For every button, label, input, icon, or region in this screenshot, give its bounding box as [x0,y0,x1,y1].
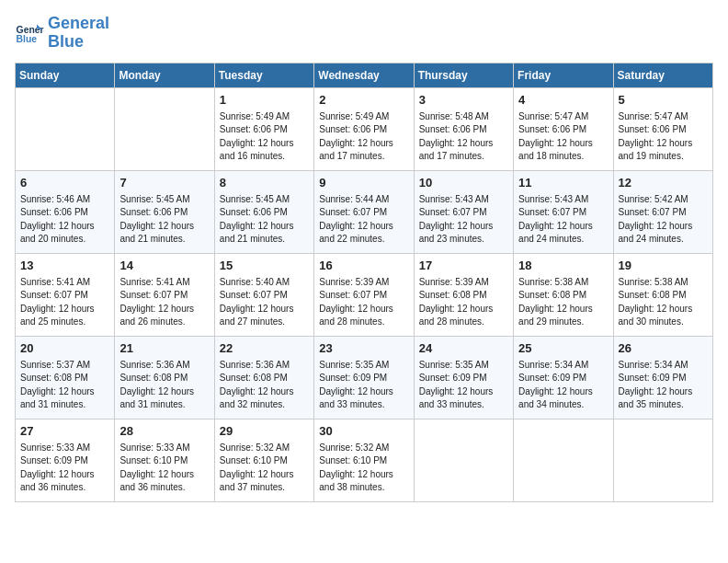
calendar-cell [414,419,513,501]
calendar-cell: 7Sunrise: 5:45 AMSunset: 6:06 PMDaylight… [115,170,214,253]
day-number: 18 [518,258,608,274]
day-number: 1 [220,92,309,109]
weekday-header: Sunday [16,63,115,87]
day-number: 20 [20,340,109,357]
cell-info: Sunrise: 5:43 AMSunset: 6:07 PMDaylight:… [419,193,508,247]
logo-text: General [48,15,109,33]
calendar-cell: 15Sunrise: 5:40 AMSunset: 6:07 PMDayligh… [214,253,313,336]
cell-info: Sunrise: 5:46 AMSunset: 6:06 PMDaylight:… [20,193,109,247]
cell-info: Sunrise: 5:35 AMSunset: 6:09 PMDaylight:… [419,359,508,412]
day-number: 17 [419,258,508,274]
calendar-cell: 19Sunrise: 5:38 AMSunset: 6:08 PMDayligh… [613,253,712,336]
weekday-header: Tuesday [214,63,313,87]
cell-info: Sunrise: 5:49 AMSunset: 6:06 PMDaylight:… [319,110,408,164]
day-number: 2 [319,92,408,109]
cell-info: Sunrise: 5:44 AMSunset: 6:07 PMDaylight:… [319,193,408,247]
day-number: 26 [619,340,708,357]
cell-info: Sunrise: 5:41 AMSunset: 6:07 PMDaylight:… [20,276,109,329]
calendar-cell: 17Sunrise: 5:39 AMSunset: 6:08 PMDayligh… [414,253,513,336]
calendar-cell: 9Sunrise: 5:44 AMSunset: 6:07 PMDaylight… [314,170,414,253]
calendar-cell: 22Sunrise: 5:36 AMSunset: 6:08 PMDayligh… [214,336,313,419]
calendar-cell: 29Sunrise: 5:32 AMSunset: 6:10 PMDayligh… [214,419,313,501]
calendar-cell [514,419,613,501]
calendar-cell: 18Sunrise: 5:38 AMSunset: 6:08 PMDayligh… [514,253,613,336]
cell-info: Sunrise: 5:45 AMSunset: 6:06 PMDaylight:… [220,193,309,247]
calendar-cell: 20Sunrise: 5:37 AMSunset: 6:08 PMDayligh… [16,336,115,419]
calendar-cell: 11Sunrise: 5:43 AMSunset: 6:07 PMDayligh… [514,170,613,253]
day-number: 16 [319,258,408,274]
cell-info: Sunrise: 5:33 AMSunset: 6:09 PMDaylight:… [20,442,109,495]
day-number: 13 [20,258,109,274]
day-number: 30 [319,423,408,440]
day-number: 19 [619,258,708,274]
calendar-week-row: 1Sunrise: 5:49 AMSunset: 6:06 PMDaylight… [16,87,713,170]
calendar-cell: 2Sunrise: 5:49 AMSunset: 6:06 PMDaylight… [314,87,414,170]
cell-info: Sunrise: 5:39 AMSunset: 6:08 PMDaylight:… [419,276,508,329]
calendar-week-row: 20Sunrise: 5:37 AMSunset: 6:08 PMDayligh… [16,336,713,419]
cell-info: Sunrise: 5:49 AMSunset: 6:06 PMDaylight:… [220,110,309,164]
day-number: 8 [220,175,309,191]
day-number: 10 [419,175,508,191]
day-number: 3 [419,92,508,109]
calendar-cell [613,419,712,501]
weekday-header: Thursday [414,63,513,87]
cell-info: Sunrise: 5:32 AMSunset: 6:10 PMDaylight:… [319,442,408,495]
weekday-header: Wednesday [314,63,414,87]
cell-info: Sunrise: 5:36 AMSunset: 6:08 PMDaylight:… [119,359,209,412]
calendar-cell: 3Sunrise: 5:48 AMSunset: 6:06 PMDaylight… [414,87,513,170]
day-number: 25 [518,340,608,357]
svg-text:Blue: Blue [17,34,38,44]
calendar-cell: 13Sunrise: 5:41 AMSunset: 6:07 PMDayligh… [16,253,115,336]
calendar-cell: 1Sunrise: 5:49 AMSunset: 6:06 PMDaylight… [214,87,313,170]
calendar-cell: 28Sunrise: 5:33 AMSunset: 6:10 PMDayligh… [115,419,214,501]
calendar-cell [16,87,115,170]
day-number: 7 [119,175,209,191]
day-number: 6 [20,175,109,191]
day-number: 28 [119,423,209,440]
calendar-cell: 23Sunrise: 5:35 AMSunset: 6:09 PMDayligh… [314,336,414,419]
cell-info: Sunrise: 5:37 AMSunset: 6:08 PMDaylight:… [20,359,109,412]
cell-info: Sunrise: 5:42 AMSunset: 6:07 PMDaylight:… [619,193,708,247]
cell-info: Sunrise: 5:39 AMSunset: 6:07 PMDaylight:… [319,276,408,329]
logo: General Blue General Blue [15,15,109,52]
calendar-cell: 21Sunrise: 5:36 AMSunset: 6:08 PMDayligh… [115,336,214,419]
cell-info: Sunrise: 5:32 AMSunset: 6:10 PMDaylight:… [220,442,309,495]
calendar-week-row: 6Sunrise: 5:46 AMSunset: 6:06 PMDaylight… [16,170,713,253]
svg-text:General: General [17,25,44,35]
weekday-header: Saturday [613,63,712,87]
cell-info: Sunrise: 5:38 AMSunset: 6:08 PMDaylight:… [518,276,608,329]
day-number: 14 [119,258,209,274]
cell-info: Sunrise: 5:36 AMSunset: 6:08 PMDaylight:… [220,359,309,412]
day-number: 15 [220,258,309,274]
calendar-cell [115,87,214,170]
day-number: 9 [319,175,408,191]
logo-icon: General Blue [15,18,44,48]
cell-info: Sunrise: 5:35 AMSunset: 6:09 PMDaylight:… [319,359,408,412]
day-number: 29 [220,423,309,440]
calendar-cell: 30Sunrise: 5:32 AMSunset: 6:10 PMDayligh… [314,419,414,501]
cell-info: Sunrise: 5:38 AMSunset: 6:08 PMDaylight:… [619,276,708,329]
cell-info: Sunrise: 5:47 AMSunset: 6:06 PMDaylight:… [619,110,708,164]
cell-info: Sunrise: 5:34 AMSunset: 6:09 PMDaylight:… [619,359,708,412]
day-number: 23 [319,340,408,357]
calendar-cell: 16Sunrise: 5:39 AMSunset: 6:07 PMDayligh… [314,253,414,336]
day-number: 22 [220,340,309,357]
cell-info: Sunrise: 5:40 AMSunset: 6:07 PMDaylight:… [220,276,309,329]
calendar-cell: 4Sunrise: 5:47 AMSunset: 6:06 PMDaylight… [514,87,613,170]
calendar-cell: 6Sunrise: 5:46 AMSunset: 6:06 PMDaylight… [16,170,115,253]
cell-info: Sunrise: 5:33 AMSunset: 6:10 PMDaylight:… [119,442,209,495]
calendar-cell: 14Sunrise: 5:41 AMSunset: 6:07 PMDayligh… [115,253,214,336]
calendar-table: SundayMondayTuesdayWednesdayThursdayFrid… [15,63,713,502]
cell-info: Sunrise: 5:43 AMSunset: 6:07 PMDaylight:… [518,193,608,247]
cell-info: Sunrise: 5:47 AMSunset: 6:06 PMDaylight:… [518,110,608,164]
logo-text-blue: Blue [48,33,109,52]
calendar-cell: 8Sunrise: 5:45 AMSunset: 6:06 PMDaylight… [214,170,313,253]
page-header: General Blue General Blue [15,15,713,52]
calendar-cell: 26Sunrise: 5:34 AMSunset: 6:09 PMDayligh… [613,336,712,419]
calendar-cell: 5Sunrise: 5:47 AMSunset: 6:06 PMDaylight… [613,87,712,170]
day-number: 11 [518,175,608,191]
day-number: 4 [518,92,608,109]
cell-info: Sunrise: 5:48 AMSunset: 6:06 PMDaylight:… [419,110,508,164]
calendar-cell: 27Sunrise: 5:33 AMSunset: 6:09 PMDayligh… [16,419,115,501]
calendar-week-row: 27Sunrise: 5:33 AMSunset: 6:09 PMDayligh… [16,419,713,501]
